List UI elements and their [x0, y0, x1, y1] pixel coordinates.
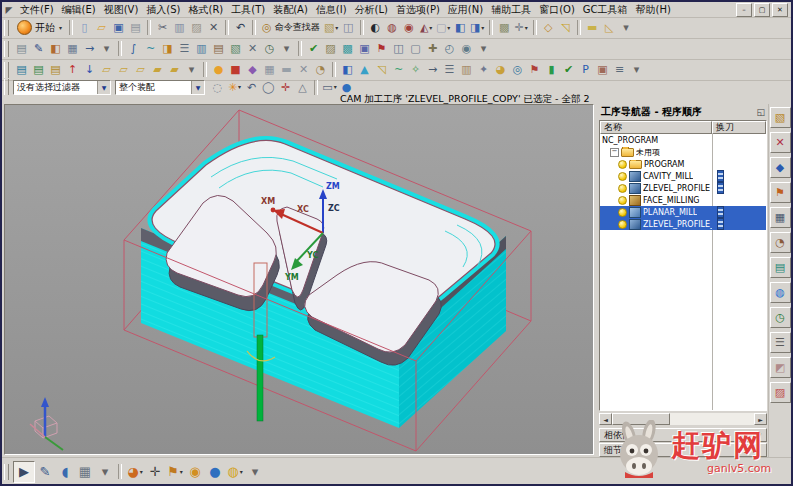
tb1-background-swatch[interactable]: ▢▾ [435, 19, 452, 36]
tb2-doc-window[interactable]: ◫ [390, 40, 407, 57]
tb3-generate-up[interactable]: ↑ [64, 61, 81, 78]
tb3-gray-panel[interactable]: ▬ [278, 61, 295, 78]
tb3-bulb[interactable]: ● [210, 61, 227, 78]
tb3-s-tool[interactable]: ~ [390, 61, 407, 78]
tree-row-zlevel-profile[interactable]: ZLEVEL_PROFILE [600, 182, 766, 194]
tb3-p-blue[interactable]: P [577, 61, 594, 78]
tb2-edit-list[interactable]: ☰ [176, 40, 193, 57]
bottombar-flag-tool[interactable]: ⚑▾ [165, 462, 185, 482]
restore-button[interactable]: ▢ [754, 3, 770, 17]
cad-scene[interactable]: ZM ZC XM XC YC YM [5, 105, 593, 454]
bottombar-hand-tool[interactable]: ◖ [55, 462, 75, 482]
tb2-select-curve[interactable]: ∫ [125, 40, 142, 57]
tb3-gray-table[interactable]: ▦ [261, 61, 278, 78]
menu-item-9[interactable]: 首选项(P) [392, 4, 444, 15]
tb1-print[interactable]: ▤ [127, 19, 144, 36]
menu-item-10[interactable]: 应用(N) [444, 4, 487, 15]
resource-web-browser[interactable]: ◍ [770, 282, 791, 303]
menu-item-12[interactable]: 窗口(O) [535, 4, 579, 15]
tree-row-nc-program[interactable]: NC_PROGRAM [600, 134, 766, 146]
toolbar-grip[interactable] [4, 464, 9, 480]
tb3-dial[interactable]: ◔ [312, 61, 329, 78]
tree-row-cavity-mill[interactable]: CAVITY_MILL [600, 170, 766, 182]
bottombar-annotate[interactable]: ✎ [35, 462, 55, 482]
tb1-tile-window[interactable]: ◨▾ [469, 19, 486, 36]
lamp-icon[interactable] [618, 196, 627, 205]
tb1-triangle-ruler[interactable]: ◺ [601, 19, 618, 36]
bottombar-globe[interactable]: ◍▾ [225, 462, 245, 482]
tb2-paste-special[interactable]: ▤ [13, 40, 30, 57]
tb3-tray-1[interactable]: ▱ [98, 61, 115, 78]
tb2-history-clock[interactable]: ◷ [261, 40, 278, 57]
menu-item-13[interactable]: GC工具箱 [579, 4, 632, 15]
menu-item-3[interactable]: 插入(S) [142, 4, 184, 15]
menu-item-2[interactable]: 视图(V) [100, 4, 143, 15]
menu-item-0[interactable]: 文件(F) [16, 4, 58, 15]
scroll-right-icon[interactable]: ► [754, 413, 767, 425]
tree-row-zlevel-profile-copy[interactable]: ZLEVEL_PROFILE_COPY [600, 218, 766, 230]
toolbar-grip[interactable] [4, 62, 9, 78]
tb3-angle-ruler[interactable]: ◹ [373, 61, 390, 78]
resource-assembly-navigator[interactable]: ▧ [770, 107, 791, 128]
tb2-hand-sheet[interactable]: ▧ [227, 40, 244, 57]
tb2-close-table[interactable]: ✕ [244, 40, 261, 57]
tb3-tray-2[interactable]: ▱ [115, 61, 132, 78]
tb2-feature-cube[interactable]: ◧ [47, 40, 64, 57]
lamp-icon[interactable] [618, 220, 627, 229]
tree-expander-icon[interactable]: − [610, 148, 619, 157]
tb1-overflow[interactable]: ▾ [618, 19, 635, 36]
tb3-tray-3[interactable]: ▱ [132, 61, 149, 78]
tree-row-program[interactable]: PROGRAM [600, 158, 766, 170]
menu-item-1[interactable]: 编辑(E) [58, 4, 100, 15]
tb1-studio-render[interactable]: ◭▾ [418, 19, 435, 36]
tb1-finder-page[interactable]: ▧▾ [323, 19, 340, 36]
bottombar-snap-point-tool[interactable]: ▶ [13, 461, 35, 483]
tb3-fan[interactable]: ◕ [492, 61, 509, 78]
scrollbar-track[interactable] [612, 413, 754, 425]
column-header-tool-change[interactable]: 换刀 [712, 121, 766, 134]
resource-history-palette[interactable]: ◷ [770, 307, 791, 328]
menu-item-4[interactable]: 格式(R) [185, 4, 228, 15]
tb1-measure-distance[interactable]: ◇ [540, 19, 557, 36]
tb3-tray-5[interactable]: ▰ [166, 61, 183, 78]
tb2-color-grid[interactable]: ▩ [339, 40, 356, 57]
tb2-layer-stack[interactable]: ▥ [193, 40, 210, 57]
section-dependencies[interactable]: 相依性 ∨ [599, 428, 767, 442]
tb2-spline[interactable]: ~ [142, 40, 159, 57]
tb2-approve-check[interactable]: ✔ [305, 40, 322, 57]
tb3-link-dot[interactable]: ✧ [407, 61, 424, 78]
tb3-layer-db-gold[interactable]: ▤ [47, 61, 64, 78]
menu-item-6[interactable]: 装配(A) [269, 4, 312, 15]
lamp-icon[interactable] [618, 184, 627, 193]
resource-constraint-navigator[interactable]: ✕ [770, 132, 791, 153]
bottombar-grid-snap[interactable]: ▦ [75, 462, 95, 482]
tb2-edit-page[interactable]: ▨ [322, 40, 339, 57]
bottombar-plus-cross[interactable]: ✛ [145, 462, 165, 482]
menu-item-7[interactable]: 信息(I) [312, 4, 351, 15]
tb1-clipboard-3d[interactable]: ▩ [496, 19, 513, 36]
tb1-shaded[interactable]: ◍ [384, 19, 401, 36]
start-button[interactable]: 开始 ▾ [13, 19, 66, 37]
tb2-tool-build[interactable]: ✚ [424, 40, 441, 57]
tb2-color-cube[interactable]: ◨ [159, 40, 176, 57]
tb2-window-key[interactable]: ▢ [407, 40, 424, 57]
resource-process-assistant[interactable]: ◔ [770, 232, 791, 253]
bottombar-sphere-tool[interactable]: ● [205, 462, 225, 482]
resource-machine-tool-navigator[interactable]: ▦ [770, 207, 791, 228]
tb1-ruler[interactable]: ▬ [584, 19, 601, 36]
tb3-tree-list[interactable]: ☰ [441, 61, 458, 78]
tb3-generate-down[interactable]: ↓ [81, 61, 98, 78]
lamp-icon[interactable] [618, 160, 627, 169]
scroll-left-icon[interactable]: ◄ [599, 413, 612, 425]
tb1-copy[interactable]: ▥ [171, 19, 188, 36]
tb3-red-block[interactable]: ■ [227, 61, 244, 78]
bottombar-person[interactable]: ◉ [185, 462, 205, 482]
menu-item-11[interactable]: 辅助工具 [487, 4, 535, 15]
tb2-overflow-c[interactable]: ▾ [475, 40, 492, 57]
resource-roles-palette[interactable]: ◩ [770, 357, 791, 378]
tb2-edit-object[interactable]: ✎ [30, 40, 47, 57]
tb3-sheets[interactable]: ▥ [458, 61, 475, 78]
tb2-flag-p[interactable]: ⚑ [373, 40, 390, 57]
tb3-tray-4[interactable]: ▰ [149, 61, 166, 78]
minimize-button[interactable]: – [736, 3, 752, 17]
